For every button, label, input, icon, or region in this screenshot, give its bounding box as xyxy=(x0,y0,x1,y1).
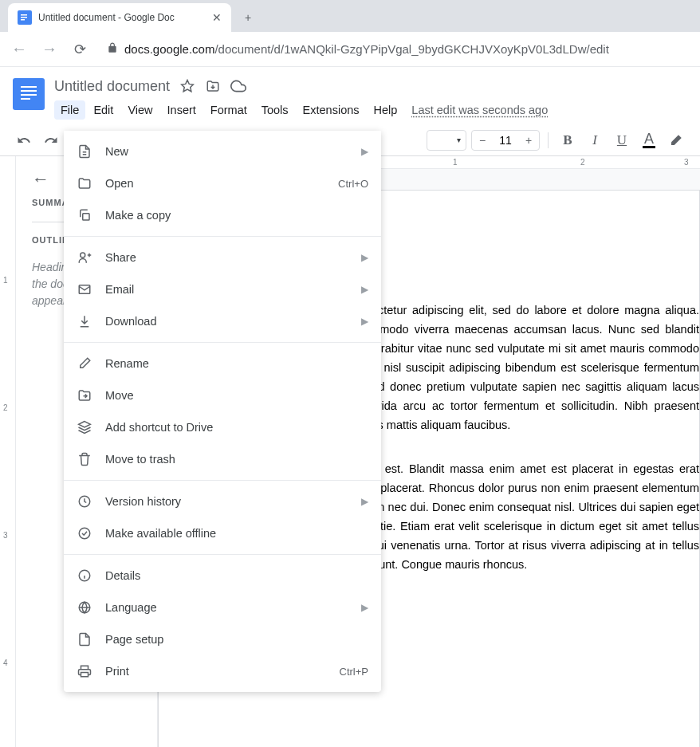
vertical-ruler: 1 2 3 4 xyxy=(0,156,16,747)
star-icon[interactable] xyxy=(179,78,195,94)
file-menu-dropdown: New ▶ Open Ctrl+O Make a copy Share ▶ Em… xyxy=(64,131,381,692)
move-icon xyxy=(77,388,92,403)
style-select[interactable] xyxy=(427,130,466,151)
underline-button[interactable]: U xyxy=(611,129,633,151)
font-size-minus[interactable]: − xyxy=(472,134,493,147)
chevron-right-icon: ▶ xyxy=(361,284,368,295)
menu-offline[interactable]: Make available offline xyxy=(64,517,381,549)
history-icon xyxy=(77,494,92,509)
browser-tab-title: Untitled document - Google Doc xyxy=(38,12,206,23)
docs-favicon xyxy=(18,10,32,25)
menu-open[interactable]: Open Ctrl+O xyxy=(64,167,381,199)
menu-help[interactable]: Help xyxy=(368,100,404,120)
person-add-icon xyxy=(77,250,92,265)
svg-point-8 xyxy=(79,528,90,539)
menubar: File Edit View Insert Format Tools Exten… xyxy=(54,100,687,120)
undo-button[interactable] xyxy=(13,129,35,151)
menu-download[interactable]: Download ▶ xyxy=(64,305,381,337)
menu-format[interactable]: Format xyxy=(204,100,254,120)
svg-rect-0 xyxy=(21,14,27,16)
chevron-right-icon: ▶ xyxy=(361,316,368,327)
offline-icon xyxy=(77,526,92,541)
menu-extensions[interactable]: Extensions xyxy=(297,100,366,120)
reload-button[interactable]: ⟳ xyxy=(69,41,91,58)
svg-rect-11 xyxy=(81,673,88,677)
browser-tab-strip: Untitled document - Google Doc ✕ + xyxy=(0,0,700,32)
chevron-right-icon: ▶ xyxy=(361,146,368,157)
menu-language[interactable]: Language ▶ xyxy=(64,592,381,623)
menu-share[interactable]: Share ▶ xyxy=(64,242,381,273)
document-title[interactable]: Untitled document xyxy=(54,78,170,95)
menu-make-copy[interactable]: Make a copy xyxy=(64,199,381,231)
menu-print[interactable]: Print Ctrl+P xyxy=(64,655,381,687)
chevron-right-icon: ▶ xyxy=(361,496,368,507)
menu-add-shortcut[interactable]: Add shortcut to Drive xyxy=(64,411,381,443)
font-size-plus[interactable]: + xyxy=(518,134,539,147)
font-size-input[interactable] xyxy=(493,134,518,147)
copy-icon xyxy=(77,208,92,222)
browser-tab[interactable]: Untitled document - Google Doc ✕ xyxy=(8,3,231,32)
download-icon xyxy=(77,314,92,328)
new-tab-button[interactable]: + xyxy=(236,6,260,29)
svg-marker-3 xyxy=(182,81,194,92)
browser-toolbar: ← → ⟳ docs.google.com/document/d/1wANQki… xyxy=(0,32,700,67)
last-edit-link[interactable]: Last edit was seconds ago xyxy=(411,104,548,116)
menu-version-history[interactable]: Version history ▶ xyxy=(64,486,381,517)
forward-button: → xyxy=(38,40,61,58)
email-icon xyxy=(77,282,92,297)
svg-rect-2 xyxy=(21,19,25,21)
text-color-button[interactable]: A xyxy=(638,129,660,151)
menu-rename[interactable]: Rename xyxy=(64,348,381,379)
globe-icon xyxy=(77,600,92,615)
svg-point-5 xyxy=(81,253,85,258)
move-to-folder-icon[interactable] xyxy=(205,78,221,94)
menu-new[interactable]: New ▶ xyxy=(64,136,381,167)
document-icon xyxy=(77,144,92,159)
edit-icon xyxy=(77,356,92,371)
docs-logo[interactable] xyxy=(13,78,45,110)
chevron-right-icon: ▶ xyxy=(361,252,368,263)
menu-page-setup[interactable]: Page setup xyxy=(64,623,381,655)
info-icon xyxy=(77,568,92,583)
bold-button[interactable]: B xyxy=(556,129,579,151)
menu-move[interactable]: Move xyxy=(64,379,381,411)
lock-icon xyxy=(107,42,118,56)
shortcut-icon xyxy=(77,420,92,434)
font-size-stepper[interactable]: − + xyxy=(471,130,540,151)
menu-email[interactable]: Email ▶ xyxy=(64,273,381,305)
tab-close-icon[interactable]: ✕ xyxy=(212,11,222,24)
back-button[interactable]: ← xyxy=(8,40,30,58)
chevron-right-icon: ▶ xyxy=(361,602,368,613)
italic-button[interactable]: I xyxy=(584,129,606,151)
menu-move-trash[interactable]: Move to trash xyxy=(64,443,381,475)
page-icon xyxy=(77,632,92,647)
trash-icon xyxy=(77,452,92,466)
redo-button[interactable] xyxy=(40,129,62,151)
cloud-status-icon[interactable] xyxy=(230,78,246,94)
print-icon xyxy=(77,664,92,678)
folder-icon xyxy=(77,176,92,191)
highlight-button[interactable] xyxy=(665,129,687,151)
docs-header: Untitled document File Edit View Insert … xyxy=(0,67,700,120)
address-bar[interactable]: docs.google.com/document/d/1wANQkil-GzgY… xyxy=(99,42,692,56)
menu-details[interactable]: Details xyxy=(64,560,381,592)
menu-file[interactable]: File xyxy=(54,100,85,120)
svg-rect-4 xyxy=(83,214,89,220)
menu-tools[interactable]: Tools xyxy=(255,100,295,120)
svg-rect-1 xyxy=(21,17,27,18)
menu-insert[interactable]: Insert xyxy=(161,100,203,120)
menu-edit[interactable]: Edit xyxy=(87,100,120,120)
url-text: docs.google.com/document/d/1wANQkil-GzgY… xyxy=(124,42,609,56)
menu-view[interactable]: View xyxy=(121,100,159,120)
